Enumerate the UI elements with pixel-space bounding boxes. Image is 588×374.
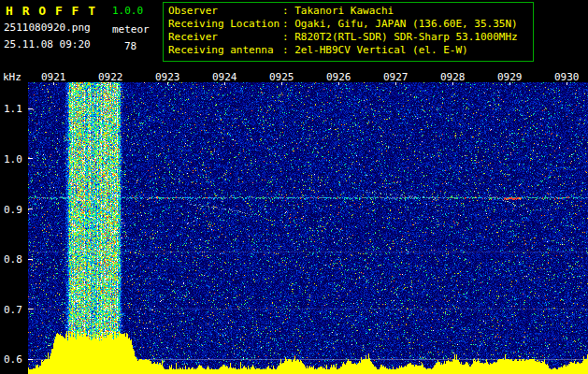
freq-tick-label-0-6: 0.6 <box>4 353 26 366</box>
freq-tick-label-0-9: 0.9 <box>4 204 26 216</box>
info-row-antenna: Receiving antenna: 2el-HB9CV Vertical (e… <box>168 44 533 57</box>
freq-tick-label-0-8: 0.8 <box>4 253 26 266</box>
info-label-location: Receiving Location <box>168 18 282 31</box>
freq-unit-label: kHz <box>3 71 22 83</box>
info-label-antenna: Receiving antenna <box>168 44 282 57</box>
info-value-receiver: : R820T2(RTL-SDR) SDR-Sharp 53.1000MHz <box>282 31 518 43</box>
info-label-observer: Observer <box>168 5 282 18</box>
freq-tick-label-0-7: 0.7 <box>4 304 26 316</box>
spectrogram-canvas <box>28 82 588 374</box>
app-title: H R O F F T <box>6 4 96 18</box>
info-value-location: : Ogaki, Gifu, JAPAN (136.60E, 35.35N) <box>282 18 518 30</box>
mode-label: meteor <box>112 23 150 36</box>
meteor-count: 78 <box>124 40 136 52</box>
info-row-observer: Observer: Takanori Kawachi <box>168 5 533 18</box>
freq-tick-label-1-0: 1.0 <box>4 153 26 165</box>
info-value-antenna: : 2el-HB9CV Vertical (el. E-W) <box>282 44 468 56</box>
station-info-box: Observer: Takanori Kawachi Receiving Loc… <box>163 2 534 62</box>
info-row-receiver: Receiver: R820T2(RTL-SDR) SDR-Sharp 53.1… <box>168 31 533 44</box>
info-label-receiver: Receiver <box>168 31 282 44</box>
datetime-label: 25.11.08 09:20 <box>4 38 91 50</box>
info-row-location: Receiving Location: Ogaki, Gifu, JAPAN (… <box>168 18 533 31</box>
app-version: 1.0.0 <box>112 5 143 17</box>
hrofft-screen: H R O F F T 1.0.0 2511080920.png meteor … <box>0 0 588 374</box>
info-value-observer: : Takanori Kawachi <box>282 5 394 17</box>
freq-tick-label-1-1: 1.1 <box>4 103 26 115</box>
output-filename: 2511080920.png <box>4 22 91 34</box>
